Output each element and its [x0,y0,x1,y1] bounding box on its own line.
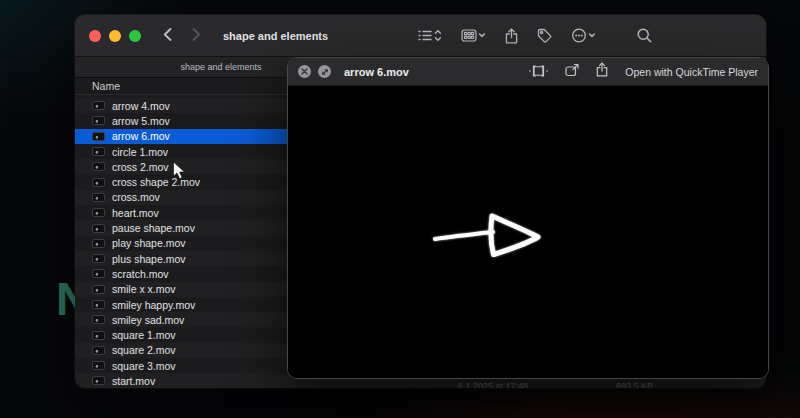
file-name: cross.mov [112,191,160,203]
file-name: pause shape.mov [112,222,195,234]
share-icon[interactable] [505,28,518,44]
video-preview-area[interactable] [288,86,768,378]
file-name: arrow 5.mov [112,115,170,127]
file-name: heart.mov [112,207,159,219]
file-name: scratch.mov [112,268,169,280]
more-options-icon[interactable] [571,28,596,43]
video-thumbnail-icon [92,376,105,385]
video-thumbnail-icon [92,178,105,187]
list-view-sort-icon[interactable] [418,28,442,43]
hand-drawn-arrow-graphic [288,86,768,378]
window-title: shape and elements [223,30,328,42]
file-name: smile x x.mov [112,283,176,295]
mouse-cursor [172,161,186,185]
open-with-quicktime-button[interactable]: Open with QuickTime Player [625,66,758,78]
file-name: cross shape 2.mov [112,176,200,188]
file-name: square 3.mov [112,360,176,372]
file-size-cell: 893.5 KB [616,381,653,388]
quicklook-window: arrow 6.mov [287,57,769,379]
file-name: play shape.mov [112,237,186,249]
video-thumbnail-icon [92,315,105,324]
video-thumbnail-icon [92,193,105,202]
quicklook-title: arrow 6.mov [344,66,409,78]
quicklook-fullscreen-button[interactable] [318,65,331,78]
zoom-window-button[interactable] [129,30,141,42]
video-thumbnail-icon [92,285,105,294]
forward-button[interactable] [192,27,201,45]
window-controls [89,30,141,42]
back-button[interactable] [163,27,172,45]
open-new-window-icon[interactable] [565,63,579,81]
file-name: circle 1.mov [112,146,168,158]
video-thumbnail-icon [92,132,105,141]
date-modified-cell: 6.1.2025 at 17:48 [458,381,528,388]
video-thumbnail-icon [92,101,105,110]
video-thumbnail-icon [92,224,105,233]
video-thumbnail-icon [92,331,105,340]
file-name: smiley happy.mov [112,299,195,311]
video-thumbnail-icon [92,361,105,370]
close-window-button[interactable] [89,30,101,42]
video-thumbnail-icon [92,346,105,355]
file-name: square 2.mov [112,344,176,356]
file-name: plus shape.mov [112,253,186,265]
file-name: cross 2.mov [112,161,169,173]
tag-icon[interactable] [537,28,552,43]
search-icon[interactable] [637,28,652,43]
quicklook-share-icon[interactable] [596,62,608,81]
minimize-window-button[interactable] [109,30,121,42]
video-thumbnail-icon [92,162,105,171]
video-thumbnail-icon [92,300,105,309]
video-thumbnail-icon [92,147,105,156]
file-name: arrow 6.mov [112,130,170,142]
file-name: arrow 4.mov [112,100,170,112]
file-name: smiley sad.mov [112,314,184,326]
video-thumbnail-icon [92,269,105,278]
video-thumbnail-icon [92,239,105,248]
finder-titlebar: shape and elements [75,15,766,57]
video-thumbnail-icon [92,116,105,125]
quicklook-close-button[interactable] [298,65,311,78]
group-view-icon[interactable] [461,28,486,43]
quicklook-titlebar: arrow 6.mov [288,58,768,86]
video-thumbnail-icon [92,254,105,263]
tab-shape-and-elements[interactable]: shape and elements [181,57,261,77]
trim-icon[interactable] [529,63,548,81]
video-thumbnail-icon [92,208,105,217]
file-name: square 1.mov [112,329,176,341]
file-name: start.mov [112,375,155,387]
